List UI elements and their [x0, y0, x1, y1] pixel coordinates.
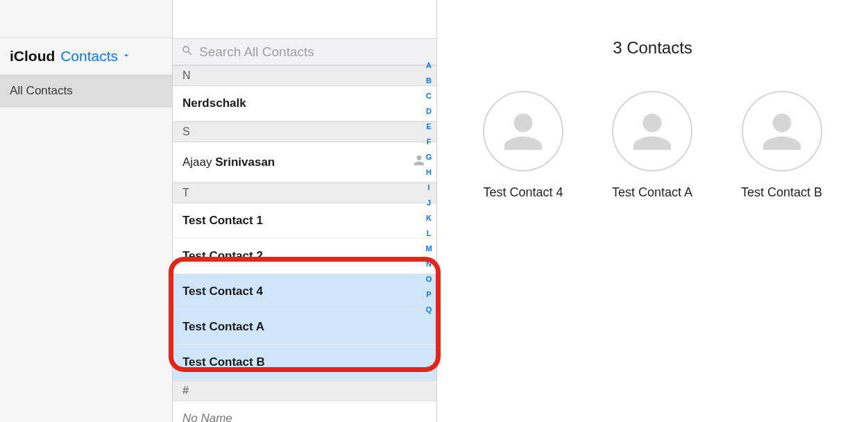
contacts-scroll[interactable]: NNerdschalkSAjaay SrinivasanTTest Contac… — [173, 65, 436, 422]
index-letter[interactable]: G — [424, 153, 434, 161]
index-letter[interactable]: N — [424, 260, 434, 268]
index-letter[interactable]: B — [424, 76, 434, 85]
contact-card-name: Test Contact 4 — [483, 185, 563, 200]
contact-row[interactable]: Test Contact 1 — [173, 203, 436, 239]
contact-name: Test Contact B — [182, 355, 265, 369]
search-input[interactable] — [199, 44, 428, 60]
sidebar: iCloud Contacts All Contacts — [0, 0, 173, 422]
listcol-top-space — [173, 0, 436, 38]
contact-card-name: Test Contact B — [741, 185, 822, 200]
contact-name: Test Contact A — [182, 320, 264, 334]
contact-name: Nerdschalk — [182, 96, 246, 110]
contact-row[interactable]: Test Contact 2 — [173, 239, 436, 274]
index-letter[interactable]: J — [424, 199, 434, 207]
index-letter[interactable]: C — [424, 92, 434, 100]
contact-row[interactable]: Nerdschalk — [173, 86, 436, 121]
contact-name: Test Contact 4 — [182, 285, 263, 298]
index-letter[interactable]: L — [424, 229, 434, 237]
index-letter[interactable]: D — [424, 107, 434, 115]
app-title-dropdown[interactable]: iCloud Contacts — [0, 38, 172, 74]
index-letter[interactable]: O — [424, 275, 434, 283]
index-letter[interactable]: Q — [424, 305, 434, 314]
section-header: S — [173, 121, 436, 142]
selection-count-title: 3 Contacts — [437, 38, 868, 58]
index-letter[interactable]: H — [424, 168, 434, 176]
contact-name: No Name — [182, 412, 232, 422]
sidebar-item-all-contacts[interactable]: All Contacts — [0, 74, 172, 108]
contact-name: Test Contact 2 — [182, 249, 263, 263]
avatar-placeholder-icon — [483, 91, 563, 171]
contact-row[interactable]: Test Contact B — [173, 345, 436, 380]
index-letter[interactable]: A — [424, 61, 434, 69]
chevron-down-icon — [121, 51, 131, 62]
contact-name: Ajaay Srinivasan — [182, 155, 275, 169]
contact-row[interactable]: Test Contact A — [173, 310, 436, 345]
avatar-placeholder-icon — [742, 91, 822, 171]
contact-name: Test Contact 1 — [182, 214, 263, 228]
index-letter[interactable]: F — [424, 137, 434, 146]
contacts-list-column: NNerdschalkSAjaay SrinivasanTTest Contac… — [173, 0, 437, 422]
contact-row[interactable]: No Name — [173, 401, 436, 422]
index-letter[interactable]: P — [424, 290, 434, 298]
search-bar[interactable] — [173, 38, 436, 65]
section-header: # — [173, 380, 436, 401]
contact-card[interactable]: Test Contact B — [741, 91, 822, 200]
search-icon — [181, 44, 199, 60]
section-header: T — [173, 183, 436, 203]
avatar-placeholder-icon — [612, 91, 692, 171]
sidebar-top-space — [0, 0, 172, 38]
index-letter[interactable]: I — [424, 183, 434, 192]
brand-contacts: Contacts — [60, 48, 118, 65]
contact-row[interactable]: Test Contact 4 — [173, 274, 436, 310]
contact-card-name: Test Contact A — [612, 185, 692, 200]
section-header: N — [173, 65, 436, 86]
sidebar-item-label: All Contacts — [10, 84, 73, 97]
contact-card[interactable]: Test Contact 4 — [483, 91, 563, 200]
brand-icloud: iCloud — [10, 48, 55, 65]
selected-contacts-cards: Test Contact 4Test Contact ATest Contact… — [437, 91, 868, 200]
contact-row[interactable]: Ajaay Srinivasan — [173, 142, 436, 183]
index-letter[interactable]: E — [424, 122, 434, 130]
index-letter[interactable]: M — [424, 244, 434, 253]
detail-pane: 3 Contacts Test Contact 4Test Contact AT… — [437, 0, 868, 422]
index-letter[interactable]: K — [424, 214, 434, 222]
contact-card[interactable]: Test Contact A — [612, 91, 692, 200]
alphabet-index-rail[interactable]: ABCDEFGHIJKLMNOPQ — [424, 61, 434, 314]
